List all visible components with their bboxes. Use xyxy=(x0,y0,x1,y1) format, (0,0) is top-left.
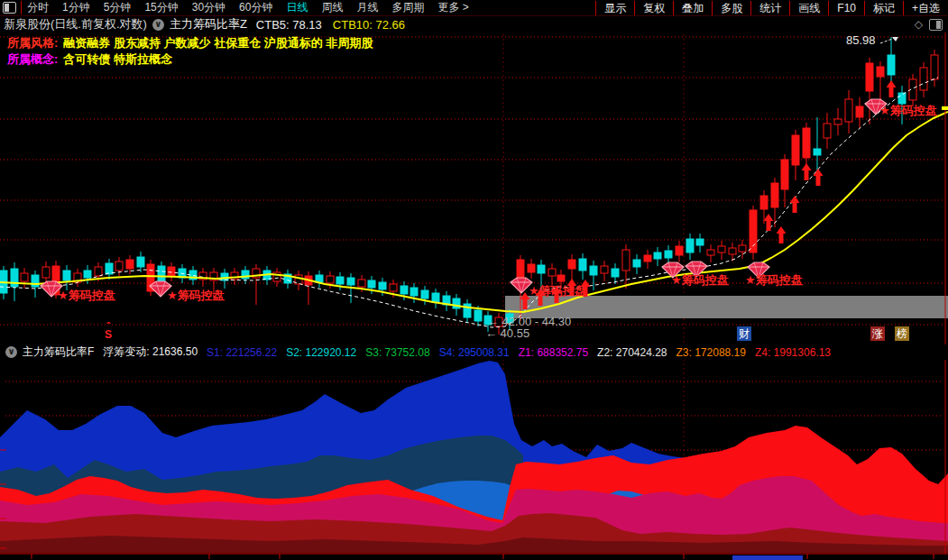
chip-control-label: ★筹码控盘 xyxy=(879,105,937,117)
series-stat: S3: 73752.08 xyxy=(365,346,429,359)
panel-layout-icon[interactable] xyxy=(929,19,943,31)
chevron-down-icon[interactable]: ∨ xyxy=(152,19,164,31)
stock-title: 新泉股份(日线.前复权.对数) xyxy=(4,16,147,32)
period-日线[interactable]: 日线 xyxy=(286,0,308,15)
chip-control-label: ★筹码控盘 xyxy=(529,285,586,298)
series-stat: S4: 295008.31 xyxy=(439,346,510,359)
style-label: 所属风格: xyxy=(7,36,58,50)
low-price-label: ← 40.55 xyxy=(485,327,529,340)
float-chips-value: 浮筹变动: 21636.50 xyxy=(103,344,198,360)
sub-indicator-header: ∨ 主力筹码比率F 浮筹变动: 21636.50 S1: 221256.22S2… xyxy=(0,344,948,360)
up-arrow-marker xyxy=(887,80,897,97)
chart-canvas[interactable] xyxy=(0,0,948,560)
style-tags[interactable]: 融资融券 股东减持 户数减少 社保重仓 沪股通标的 非周期股 xyxy=(63,36,373,50)
chip-control-label: ★筹码控盘 xyxy=(167,289,225,302)
toolbar-right-buttons: 显示复权叠加多股统计画线F10标记+自选 xyxy=(595,0,948,15)
period-15分钟[interactable]: 15分钟 xyxy=(144,0,178,15)
toolbar-button-+自选[interactable]: +自选 xyxy=(903,1,948,15)
up-arrow-marker xyxy=(790,196,800,213)
period-tabs: 分时1分钟5分钟15分钟30分钟60分钟日线周线月线多周期更多 > xyxy=(27,0,469,15)
period-周线[interactable]: 周线 xyxy=(321,0,343,15)
title-bar: 新泉股份(日线.前复权.对数) ∨ 主力筹码比率Z CTB5: 78.13 CT… xyxy=(0,16,948,32)
high-price-label: 85.98 xyxy=(846,34,876,47)
concept-tags-row: 所属概念:含可转债 特斯拉概念 xyxy=(7,51,172,68)
toolbar-button-复权[interactable]: 复权 xyxy=(634,1,673,15)
diamond-icon[interactable]: ◇ xyxy=(915,18,923,31)
concept-tags[interactable]: 含可转债 特斯拉概念 xyxy=(63,52,172,66)
toolbar-separator xyxy=(21,1,22,14)
main-indicator-name[interactable]: 主力筹码比率Z xyxy=(170,16,247,32)
period-30分钟[interactable]: 30分钟 xyxy=(192,0,225,15)
toolbar-button-显示[interactable]: 显示 xyxy=(595,1,634,15)
toolbar-button-统计[interactable]: 统计 xyxy=(750,1,789,15)
period-5分钟[interactable]: 5分钟 xyxy=(104,0,132,15)
toolbar-button-叠加[interactable]: 叠加 xyxy=(673,1,712,15)
shortcut-badge-财[interactable]: 财 xyxy=(737,326,751,341)
series-stat: Z1: 688352.75 xyxy=(519,346,588,359)
period-1分钟[interactable]: 1分钟 xyxy=(62,0,90,15)
chip-control-label: ★筹码控盘 xyxy=(58,289,115,302)
series-stat: S2: 122920.12 xyxy=(286,346,356,359)
signal-s: S xyxy=(105,330,112,339)
shortcut-badge-榜[interactable]: 榜 xyxy=(895,326,909,341)
period-60分钟[interactable]: 60分钟 xyxy=(239,0,272,15)
period-分时[interactable]: 分时 xyxy=(27,0,49,15)
toolbar-button-画线[interactable]: 画线 xyxy=(789,1,828,15)
chip-control-label: ★筹码控盘 xyxy=(745,274,803,287)
split-window-icon[interactable] xyxy=(3,2,16,14)
series-stat: Z2: 270424.28 xyxy=(597,346,667,359)
toolbar-button-标记[interactable]: 标记 xyxy=(864,1,903,15)
style-tags-row: 所属风格:融资融券 股东减持 户数减少 社保重仓 沪股通标的 非周期股 xyxy=(7,35,373,51)
tdx-chart-window: 分时1分钟5分钟15分钟30分钟60分钟日线周线月线多周期更多 > 显示复权叠加… xyxy=(0,0,948,560)
toolbar-button-多股[interactable]: 多股 xyxy=(712,1,750,15)
series-stat: Z4: 1991306.13 xyxy=(755,346,831,359)
period-月线[interactable]: 月线 xyxy=(356,0,378,15)
period-多周期[interactable]: 多周期 xyxy=(391,0,424,15)
up-arrow-marker xyxy=(802,163,812,180)
up-arrow-marker xyxy=(814,169,824,186)
series-stat: S1: 221256.22 xyxy=(207,346,277,359)
toolbar-button-F10[interactable]: F10 xyxy=(828,1,864,15)
ctb5-value: CTB5: 78.13 xyxy=(256,18,322,32)
chip-control-label: ★筹码控盘 xyxy=(671,274,729,287)
chevron-down-icon[interactable]: ∨ xyxy=(5,346,17,358)
shortcut-badge-涨[interactable]: 涨 xyxy=(870,326,885,341)
up-arrow-marker xyxy=(777,226,787,243)
concept-label: 所属概念: xyxy=(7,52,58,66)
ctb10-value: CTB10: 72.66 xyxy=(333,18,405,32)
series-stats: S1: 221256.22S2: 122920.12S3: 73752.08S4… xyxy=(207,346,831,359)
sub-indicator-name[interactable]: 主力筹码比率F xyxy=(23,344,94,360)
up-arrow-marker xyxy=(764,214,774,231)
toolbar: 分时1分钟5分钟15分钟30分钟60分钟日线周线月线多周期更多 > 显示复权叠加… xyxy=(0,0,948,16)
period-更多 >[interactable]: 更多 > xyxy=(437,0,468,15)
series-stat: Z3: 172088.19 xyxy=(676,346,746,359)
